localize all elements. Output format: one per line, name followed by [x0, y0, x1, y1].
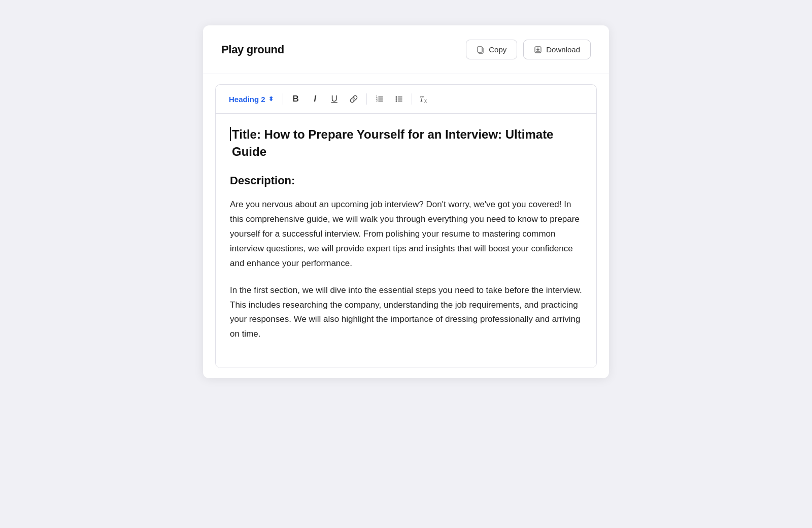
link-icon: [349, 94, 358, 104]
bold-label: B: [293, 94, 299, 104]
svg-text:T: T: [420, 95, 424, 103]
toolbar-divider-1: [283, 93, 283, 105]
header-actions: Copy Download: [466, 40, 591, 59]
unordered-list-icon: [394, 94, 403, 104]
svg-text:3: 3: [376, 99, 378, 102]
link-button[interactable]: [345, 91, 362, 107]
svg-point-13: [395, 101, 397, 102]
editor-wrapper: Heading 2 ⬍ B I U: [215, 84, 597, 368]
paragraph-2: In the first section, we will dive into …: [230, 283, 582, 342]
svg-point-12: [395, 98, 397, 100]
underline-label: U: [331, 94, 337, 104]
main-container: Play ground Copy Download: [203, 25, 609, 378]
ordered-list-button[interactable]: 1 2 3: [371, 91, 388, 107]
svg-text:x: x: [424, 98, 427, 104]
header: Play ground Copy Download: [203, 25, 609, 74]
copy-label: Copy: [489, 45, 506, 54]
clear-format-button[interactable]: T x: [416, 91, 433, 107]
italic-label: I: [314, 94, 316, 104]
content-title-text: Title: How to Prepare Yourself for an In…: [232, 126, 582, 160]
clear-format-icon: T x: [420, 94, 430, 104]
toolbar: Heading 2 ⬍ B I U: [216, 85, 596, 114]
toolbar-divider-3: [412, 93, 412, 105]
download-button[interactable]: Download: [523, 40, 591, 59]
chevron-updown-icon: ⬍: [268, 95, 274, 103]
italic-button[interactable]: I: [307, 91, 324, 107]
bold-button[interactable]: B: [287, 91, 304, 107]
svg-rect-1: [478, 47, 482, 52]
download-icon: [534, 46, 542, 54]
app-title: Play ground: [221, 43, 284, 56]
editor-content[interactable]: Title: How to Prepare Yourself for an In…: [216, 114, 596, 368]
heading-select-label: Heading 2: [229, 95, 265, 104]
toolbar-divider-2: [366, 93, 367, 105]
paragraph-1: Are you nervous about an upcoming job in…: [230, 197, 582, 271]
description-label: Description:: [230, 174, 582, 187]
heading-select[interactable]: Heading 2 ⬍: [224, 92, 279, 107]
svg-point-11: [395, 96, 397, 98]
copy-icon: [477, 46, 485, 54]
content-title: Title: How to Prepare Yourself for an In…: [230, 126, 582, 160]
unordered-list-button[interactable]: [390, 91, 408, 107]
underline-button[interactable]: U: [326, 91, 343, 107]
download-label: Download: [546, 45, 580, 54]
text-cursor: [230, 127, 231, 141]
copy-button[interactable]: Copy: [466, 40, 517, 59]
ordered-list-icon: 1 2 3: [375, 94, 384, 104]
